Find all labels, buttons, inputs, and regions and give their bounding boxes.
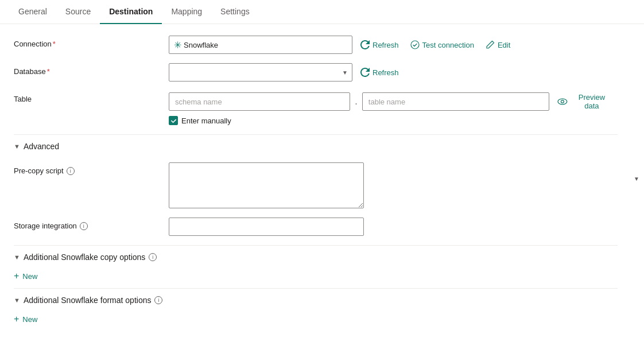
connection-controls: ✳ Snowflake ▼ Refresh Test connection [169,36,618,54]
advanced-section-header[interactable]: ▼ Advanced [14,134,618,156]
svg-point-1 [558,99,567,104]
pre-copy-script-row: Pre-copy script i [14,162,618,208]
enter-manually-row: Enter manually [169,116,231,125]
table-row-container: Table . Preview data [14,91,618,125]
preview-data-button[interactable]: Preview data [553,91,618,112]
storage-integration-input[interactable] [169,218,364,236]
copy-options-plus-icon: + [14,271,19,281]
format-options-label: Additional Snowflake format options [24,296,152,305]
storage-integration-label: Storage integration i [14,218,169,230]
database-refresh-button[interactable]: Refresh [357,65,402,79]
checkmark-icon [170,118,177,124]
tab-destination[interactable]: Destination [100,0,162,24]
connection-select[interactable]: Snowflake [184,41,347,49]
database-row: Database* ▼ Refresh [14,63,618,82]
test-connection-icon [410,40,420,49]
pre-copy-script-input[interactable] [169,162,364,208]
tab-bar: General Source Destination Mapping Setti… [0,0,644,24]
connection-select-wrapper[interactable]: ✳ Snowflake ▼ [169,36,352,54]
destination-content: Connection* ✳ Snowflake ▼ Refresh [0,24,631,338]
snowflake-icon: ✳ [174,40,181,51]
copy-options-chevron-icon: ▼ [14,254,20,261]
copy-options-info-icon[interactable]: i [149,253,157,261]
table-name-input[interactable] [362,92,549,111]
connection-refresh-label: Refresh [373,41,399,49]
format-options-plus-icon: + [14,314,19,324]
format-options-info-icon[interactable]: i [154,296,162,304]
connection-dropdown-arrow: ▼ [634,176,639,182]
pre-copy-script-info-icon[interactable]: i [67,167,75,175]
tab-mapping[interactable]: Mapping [162,0,211,24]
format-options-section-header[interactable]: ▼ Additional Snowflake format options i [14,288,618,309]
connection-refresh-button[interactable]: Refresh [357,38,402,52]
format-options-new-label: New [22,315,37,324]
database-label: Database* [14,63,169,76]
database-controls: ▼ Refresh [169,63,618,82]
table-separator: . [354,96,358,107]
copy-options-new-button[interactable]: + New [14,269,37,284]
svg-point-0 [411,41,419,49]
pre-copy-script-controls [169,162,618,208]
tab-source[interactable]: Source [56,0,100,24]
database-select-wrapper[interactable]: ▼ [169,63,352,82]
test-connection-button[interactable]: Test connection [407,38,478,52]
tab-settings[interactable]: Settings [211,0,259,24]
svg-point-2 [561,100,564,103]
database-refresh-icon [360,68,370,77]
database-select[interactable] [169,63,352,82]
format-options-chevron-icon: ▼ [14,297,20,304]
tab-general[interactable]: General [9,0,56,24]
enter-manually-label[interactable]: Enter manually [181,117,231,125]
database-refresh-label: Refresh [373,68,399,77]
table-label: Table [14,91,169,103]
storage-integration-row: Storage integration i [14,218,618,236]
copy-options-new-label: New [22,272,37,281]
format-options-new-button[interactable]: + New [14,312,37,327]
connection-label: Connection* [14,36,169,48]
enter-manually-checkbox[interactable] [169,116,178,125]
refresh-icon [360,40,370,49]
pre-copy-script-label: Pre-copy script i [14,162,169,175]
edit-label: Edit [498,41,510,49]
preview-data-label: Preview data [571,93,613,110]
copy-options-label: Additional Snowflake copy options [24,253,145,262]
edit-icon [486,40,495,49]
copy-options-section-header[interactable]: ▼ Additional Snowflake copy options i [14,245,618,266]
edit-connection-button[interactable]: Edit [482,38,514,52]
storage-integration-info-icon[interactable]: i [80,222,88,230]
advanced-chevron-icon: ▼ [14,143,20,150]
table-controls: . Preview data Enter manual [169,91,618,125]
preview-icon [557,96,568,107]
connection-row: Connection* ✳ Snowflake ▼ Refresh [14,36,618,54]
storage-integration-controls [169,218,618,236]
advanced-label: Advanced [24,142,59,151]
test-connection-label: Test connection [422,41,474,49]
schema-name-input[interactable] [169,92,350,111]
table-inputs-row: . Preview data [169,91,618,112]
